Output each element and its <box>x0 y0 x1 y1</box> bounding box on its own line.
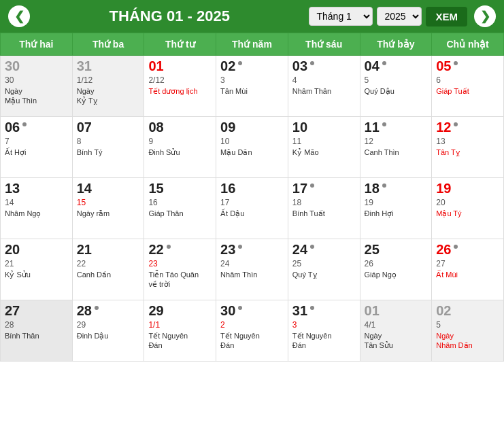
calendar-cell[interactable]: 014/1Ngày Tân Sửu <box>360 300 432 362</box>
calendar-cell[interactable]: 0910Mậu Dần <box>216 117 288 178</box>
calendar-cell[interactable]: 2324Nhâm Thìn <box>216 239 288 300</box>
calendar-cell[interactable]: 1718Bính Tuất <box>288 178 360 239</box>
day-number: 31 <box>292 303 356 319</box>
calendar-cell[interactable]: 078Bính Tý <box>72 117 144 178</box>
calendar-cell[interactable]: 2021Kỷ Sửu <box>1 239 73 300</box>
calendar-cell[interactable]: 1011Kỷ Mão <box>288 117 360 178</box>
calendar-cell[interactable]: 056Giáp Tuất <box>432 56 504 117</box>
calendar-cell[interactable]: 089Đinh Sửu <box>144 117 216 178</box>
day-number: 19 <box>436 181 499 196</box>
day-number: 30 <box>220 303 284 319</box>
day-number: 20 <box>5 242 68 258</box>
calendar-cell[interactable]: 1617Ất Dậu <box>216 178 288 239</box>
calendar-cell[interactable]: 1516Giáp Thân <box>144 178 216 239</box>
next-month-button[interactable]: ❯ <box>474 5 496 27</box>
day-number: 18 <box>365 181 428 196</box>
prev-month-button[interactable]: ❮ <box>8 5 30 27</box>
calendar-cell[interactable]: 313Tết Nguyên Đán <box>288 300 360 362</box>
day-dot <box>382 183 386 188</box>
day-dot <box>167 245 171 249</box>
calendar-cell[interactable]: 1112Canh Thìn <box>360 117 432 178</box>
calendar-cell[interactable]: 2223Tiễn Táo Quân về trời <box>144 239 216 300</box>
view-button[interactable]: XEM <box>426 7 467 27</box>
calendar-cell[interactable]: 2728Bính Thân <box>1 300 73 362</box>
day-dot <box>238 61 242 65</box>
calendar-cell[interactable]: 3030Ngày Mậu Thìn <box>1 56 73 117</box>
calendar-cell[interactable]: 1213Tân Tỵ <box>432 117 504 178</box>
lunar-number: 26 <box>365 259 428 268</box>
day-number: 04 <box>365 58 428 74</box>
lunar-number: 13 <box>436 137 499 146</box>
day-label: Giáp Ngọ <box>365 270 428 279</box>
day-label: Tân Mùi <box>220 86 284 96</box>
calendar-cell[interactable]: 045Quý Dậu <box>360 56 432 117</box>
calendar-cell[interactable]: 025Ngày Nhâm Dần <box>432 300 504 362</box>
day-number: 12 <box>436 120 499 135</box>
calendar-cell[interactable]: 2526Giáp Ngọ <box>360 239 432 300</box>
day-label: Đinh Sửu <box>148 147 212 157</box>
calendar-cell[interactable]: 067Ất Hợi <box>1 117 73 178</box>
day-number: 30 <box>5 58 68 74</box>
calendar-cell[interactable]: 291/1Tết Nguyên Đán <box>144 300 216 362</box>
day-number: 03 <box>292 58 356 74</box>
day-number: 06 <box>5 120 68 135</box>
lunar-number: 6 <box>436 75 499 85</box>
lunar-number: 28 <box>5 320 68 330</box>
day-dot <box>238 245 242 249</box>
calendar-cell[interactable]: 1819Đinh Hợi <box>360 178 432 239</box>
lunar-number: 2 <box>220 320 284 330</box>
year-select[interactable]: 2020202120222023202420252026202720282029… <box>377 7 422 26</box>
day-label: Ngày Mậu Thìn <box>5 86 68 106</box>
lunar-number: 20 <box>436 198 499 207</box>
calendar-header: ❮ THÁNG 01 - 2025 Tháng 1Tháng 2Tháng 3T… <box>0 0 504 33</box>
day-label: Tân Tỵ <box>436 147 499 157</box>
day-number: 22 <box>148 242 212 258</box>
day-label: Ngày Nhâm Dần <box>436 331 499 351</box>
day-label: Nhâm Thìn <box>220 270 284 279</box>
day-dot <box>310 183 314 188</box>
lunar-number: 29 <box>77 320 140 330</box>
day-label: Mậu Tý <box>436 209 499 218</box>
day-dot <box>454 122 458 126</box>
day-label: Bính Tuất <box>292 209 356 218</box>
calendar-cell[interactable]: 1314Nhâm Ngọ <box>1 178 73 239</box>
calendar-cell[interactable]: 2425Quý Tỵ <box>288 239 360 300</box>
lunar-number: 10 <box>220 137 284 146</box>
day-dot <box>310 245 314 249</box>
calendar-cell[interactable]: 012/12Tết dương lịch <box>144 56 216 117</box>
calendar-cell[interactable]: 302Tết Nguyên Đán <box>216 300 288 362</box>
day-dot <box>310 61 314 65</box>
calendar-cell[interactable]: 2829Đinh Dậu <box>72 300 144 362</box>
day-label: Tết Nguyên Đán <box>220 331 284 351</box>
day-label: Kỷ Mão <box>292 147 356 157</box>
month-select[interactable]: Tháng 1Tháng 2Tháng 3Tháng 4Tháng 5Tháng… <box>309 7 373 26</box>
calendar-cell[interactable]: 1415Ngày rằm <box>72 178 144 239</box>
weekday-header: Thứ hai <box>1 33 73 56</box>
day-number: 02 <box>436 303 499 319</box>
header-controls: Tháng 1Tháng 2Tháng 3Tháng 4Tháng 5Tháng… <box>309 7 467 27</box>
lunar-number: 3 <box>220 75 284 85</box>
day-dot <box>95 306 99 310</box>
lunar-number: 27 <box>436 259 499 268</box>
day-number: 27 <box>5 303 68 319</box>
day-label: Quý Tỵ <box>292 270 356 279</box>
day-number: 25 <box>365 242 428 258</box>
lunar-number: 9 <box>148 137 212 146</box>
calendar-cell[interactable]: 023Tân Mùi <box>216 56 288 117</box>
calendar-cell[interactable]: 034Nhâm Thân <box>288 56 360 117</box>
calendar-cell[interactable]: 1920Mậu Tý <box>432 178 504 239</box>
day-label: Kỷ Sửu <box>5 270 68 279</box>
weekday-header: Thứ ba <box>72 33 144 56</box>
day-number: 11 <box>365 120 428 135</box>
lunar-number: 8 <box>77 137 140 146</box>
day-number: 16 <box>220 181 284 196</box>
day-dot <box>454 61 458 65</box>
calendar-cell[interactable]: 2122Canh Dần <box>72 239 144 300</box>
day-label: Giáp Tuất <box>436 86 499 96</box>
weekday-header: Thứ tư <box>144 33 216 56</box>
calendar-cell[interactable]: 2627Ất Mùi <box>432 239 504 300</box>
day-label: Mậu Dần <box>220 147 284 157</box>
lunar-number: 5 <box>436 320 499 330</box>
day-dot <box>22 122 27 126</box>
calendar-cell[interactable]: 311/12Ngày Kỷ Tỵ <box>72 56 144 117</box>
